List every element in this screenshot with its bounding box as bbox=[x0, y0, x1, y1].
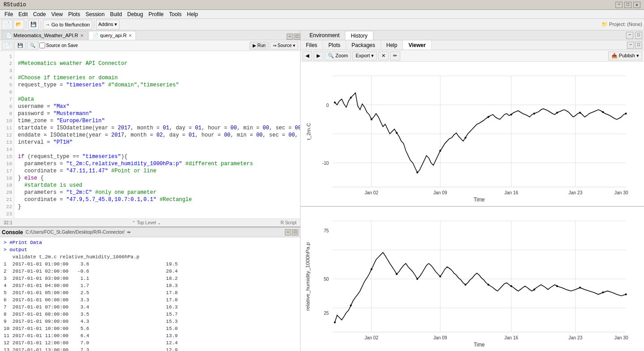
svg-point-55 bbox=[416, 278, 418, 280]
svg-point-20 bbox=[371, 118, 373, 120]
console-minimize-btn[interactable]: − bbox=[285, 229, 291, 235]
toolbar-addins[interactable]: Addins ▾ bbox=[96, 20, 120, 30]
menu-view[interactable]: View bbox=[49, 11, 66, 17]
new-script-btn[interactable]: 📄 bbox=[2, 42, 13, 50]
svg-text:Jan 23: Jan 23 bbox=[568, 335, 582, 340]
code-text[interactable]: #Meteomatics weather API Connector #Choo… bbox=[14, 51, 300, 218]
run-btn[interactable]: ▶ Run bbox=[250, 42, 269, 50]
source-btn[interactable]: ⇒ Source ▾ bbox=[270, 42, 298, 50]
publish-btn[interactable]: 📤 Publish ▾ bbox=[608, 51, 642, 60]
code-editor[interactable]: 12345 678910 1112131415 1617181920 21222… bbox=[0, 51, 300, 218]
left-panel: 📄 Meteomatics_Weather_API.R ✕ 📄 query_ap… bbox=[0, 30, 301, 351]
plot-bottom: 75 50 25 Jan 02 Jan 09 Jan 16 Jan 23 Jan… bbox=[301, 207, 644, 351]
menu-build[interactable]: Build bbox=[107, 11, 125, 17]
zoom-btn[interactable]: 🔍 Zoom bbox=[325, 51, 351, 60]
svg-point-22 bbox=[416, 171, 418, 173]
svg-text:Time: Time bbox=[474, 197, 485, 201]
svg-text:Time: Time bbox=[474, 342, 485, 347]
svg-point-19 bbox=[350, 97, 352, 98]
maximize-button[interactable]: □ bbox=[624, 2, 631, 8]
svg-point-64 bbox=[625, 293, 627, 295]
subtab-help[interactable]: Help bbox=[381, 40, 403, 50]
toolbar-save[interactable]: 💾 bbox=[28, 20, 39, 30]
script-type: R Script bbox=[280, 220, 297, 225]
tab-history[interactable]: History bbox=[345, 31, 373, 40]
svg-point-63 bbox=[602, 291, 604, 293]
subtab-viewer[interactable]: Viewer bbox=[403, 40, 431, 50]
menu-plots[interactable]: Plots bbox=[66, 11, 83, 17]
svg-point-31 bbox=[625, 113, 627, 115]
close-tab-meteomatics[interactable]: ✕ bbox=[80, 33, 84, 38]
console-path-icon: ⇔ bbox=[127, 229, 131, 235]
save-script-btn[interactable]: 💾 bbox=[14, 42, 26, 50]
viewer-toolbar: ◀ ▶ 🔍 Zoom Export ▾ ✕ ✏ 📤 Publish ▾ bbox=[301, 50, 644, 62]
chart-temperature: 0 -10 Jan 02 Jan 09 Jan 16 Jan 23 Jan 30… bbox=[305, 66, 635, 201]
right-panel-minimize[interactable]: − bbox=[626, 32, 633, 39]
svg-text:Jan 16: Jan 16 bbox=[504, 190, 518, 195]
svg-point-27 bbox=[533, 113, 535, 115]
menu-code[interactable]: Code bbox=[30, 11, 49, 17]
menu-edit[interactable]: Edit bbox=[16, 11, 30, 17]
menu-session[interactable]: Session bbox=[83, 11, 107, 17]
menu-profile[interactable]: Profile bbox=[146, 11, 166, 17]
scope-label: ⌃ Top Level ⌄ bbox=[132, 220, 161, 225]
menu-help[interactable]: Help bbox=[184, 11, 201, 17]
tab-meteomatics[interactable]: 📄 Meteomatics_Weather_API.R ✕ bbox=[2, 31, 88, 40]
svg-text:Jan 09: Jan 09 bbox=[433, 335, 447, 340]
cursor-position: 32:1 bbox=[4, 220, 12, 225]
brush-btn[interactable]: ✏ bbox=[390, 51, 400, 60]
titlebar-controls: − □ ✕ bbox=[615, 2, 640, 8]
svg-point-21 bbox=[396, 132, 398, 134]
svg-point-28 bbox=[556, 111, 558, 113]
svg-text:relative_humidity_1000hPa.p: relative_humidity_1000hPa.p bbox=[305, 242, 311, 311]
tab-query-api[interactable]: 📄 query_api.R ✕ bbox=[89, 31, 136, 40]
menu-file[interactable]: File bbox=[2, 11, 16, 17]
find-btn[interactable]: 🔍 bbox=[27, 42, 38, 50]
export-btn[interactable]: Export ▾ bbox=[352, 51, 377, 60]
svg-text:Jan 30: Jan 30 bbox=[614, 190, 628, 195]
console-title: Console bbox=[2, 229, 23, 235]
svg-text:75: 75 bbox=[324, 228, 329, 233]
source-on-save-label: Source on Save bbox=[39, 43, 78, 48]
subtab-packages[interactable]: Packages bbox=[346, 40, 381, 50]
forward-btn[interactable]: ▶ bbox=[314, 51, 323, 60]
menu-debug[interactable]: Debug bbox=[125, 11, 146, 17]
viewer-side-btn1[interactable]: − bbox=[627, 42, 634, 49]
subtab-files[interactable]: Files bbox=[301, 40, 323, 50]
main-toolbar: 📄 📂 💾 → Go to file/function Addins ▾ 📁 P… bbox=[0, 19, 644, 30]
subtab-plots[interactable]: Plots bbox=[323, 40, 346, 50]
svg-point-25 bbox=[487, 116, 489, 118]
toolbar-open[interactable]: 📂 bbox=[13, 20, 24, 30]
svg-text:Jan 23: Jan 23 bbox=[568, 190, 582, 195]
editor-toolbar: 📄 💾 🔍 Source on Save ▶ Run ⇒ Source ▾ bbox=[0, 40, 300, 51]
right-panel-maximize[interactable]: □ bbox=[635, 32, 642, 39]
toolbar-new-file[interactable]: 📄 bbox=[2, 20, 13, 30]
titlebar-title: RStudio bbox=[4, 2, 26, 8]
menu-tools[interactable]: Tools bbox=[166, 11, 184, 17]
close-tab-query[interactable]: ✕ bbox=[128, 33, 132, 38]
close-button[interactable]: ✕ bbox=[633, 2, 640, 8]
delete-btn[interactable]: ✕ bbox=[378, 51, 389, 60]
console-output[interactable]: > #Print Data > output validate t_2m.c r… bbox=[0, 237, 300, 351]
main-layout: 📄 Meteomatics_Weather_API.R ✕ 📄 query_ap… bbox=[0, 30, 644, 351]
editor-maximize-btn[interactable]: □ bbox=[294, 34, 300, 40]
source-on-save-checkbox[interactable] bbox=[39, 43, 45, 48]
editor-area: 📄 Meteomatics_Weather_API.R ✕ 📄 query_ap… bbox=[0, 30, 300, 227]
console-maximize-btn[interactable]: □ bbox=[292, 229, 298, 235]
toolbar-goto[interactable]: → Go to file/function bbox=[43, 20, 92, 30]
svg-point-53 bbox=[371, 268, 373, 270]
editor-minimize-btn[interactable]: − bbox=[287, 34, 293, 40]
console-path: C:/Users/FOC_St.Gallen/Desktop/R/R-Conne… bbox=[25, 230, 124, 235]
minimize-button[interactable]: − bbox=[615, 2, 623, 8]
plot-area: 0 -10 Jan 02 Jan 09 Jan 16 Jan 23 Jan 30… bbox=[301, 62, 644, 351]
back-btn[interactable]: ◀ bbox=[302, 51, 312, 60]
svg-text:Jan 09: Jan 09 bbox=[433, 190, 447, 195]
svg-point-60 bbox=[533, 289, 535, 291]
svg-text:50: 50 bbox=[324, 276, 329, 282]
svg-point-30 bbox=[602, 111, 604, 113]
svg-point-54 bbox=[396, 273, 398, 275]
tab-environment[interactable]: Environment bbox=[304, 31, 345, 40]
svg-point-61 bbox=[556, 285, 558, 287]
console-header: Console C:/Users/FOC_St.Gallen/Desktop/R… bbox=[0, 227, 300, 237]
viewer-side-btn2[interactable]: □ bbox=[635, 42, 642, 49]
